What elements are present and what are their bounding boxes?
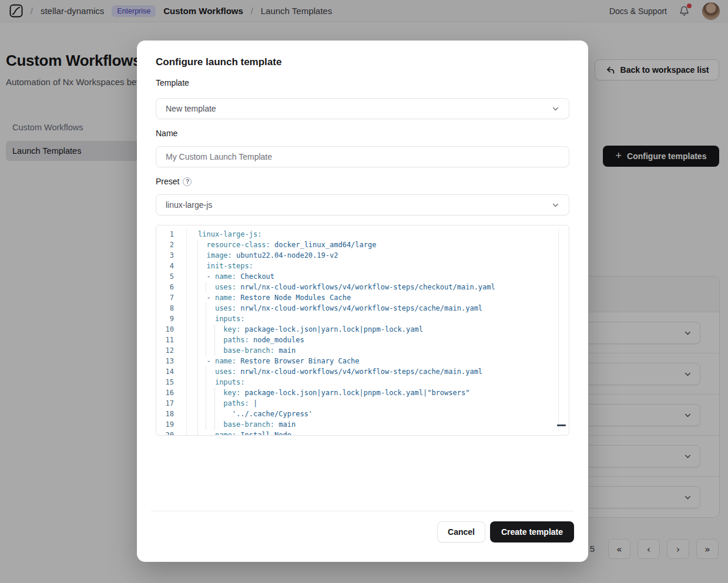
indent-guide — [197, 303, 198, 314]
configure-launch-template-modal: Configure launch template Template New t… — [137, 41, 588, 562]
code-line: 18 '../.cache/Cypress' — [156, 409, 569, 419]
indent-guide — [214, 324, 215, 335]
indent-guide — [197, 356, 198, 366]
name-input-value: My Custom Launch Template — [166, 152, 272, 161]
indent-guide — [214, 345, 215, 356]
line-number: 1 — [156, 229, 187, 240]
indent-guide — [197, 377, 198, 387]
line-number: 20 — [156, 430, 187, 436]
template-label: Template — [156, 78, 189, 87]
indent-guide — [206, 409, 206, 419]
line-number: 12 — [156, 345, 187, 356]
cancel-button[interactable]: Cancel — [437, 521, 485, 542]
preset-select-value: linux-large-js — [166, 200, 552, 210]
line-number: 5 — [156, 271, 187, 282]
indent-guide — [197, 271, 198, 282]
code-line: 1linux-large-js: — [156, 229, 569, 240]
indent-guide — [206, 366, 206, 377]
indent-guide — [197, 335, 198, 345]
indent-guide — [197, 398, 198, 409]
create-template-button[interactable]: Create template — [490, 521, 574, 542]
code-line: 16 key: package-lock.json|yarn.lock|pnpm… — [156, 387, 569, 398]
indent-guide — [214, 419, 215, 430]
indent-guide — [197, 261, 198, 271]
modal-title: Configure launch template — [156, 56, 281, 68]
code-line: 13 - name: Restore Browser Binary Cache — [156, 356, 569, 366]
indent-guide — [206, 387, 206, 398]
code-line: 4 init-steps: — [156, 261, 569, 271]
code-line: 10 key: package-lock.json|yarn.lock|pnpm… — [156, 324, 569, 335]
indent-guide — [214, 335, 215, 345]
editor-scrollbar-thumb[interactable] — [557, 424, 566, 426]
code-line: 17 paths: | — [156, 398, 569, 409]
indent-guide — [197, 409, 198, 419]
indent-guide — [197, 366, 198, 377]
code-line: 3 image: ubuntu22.04-node20.19-v2 — [156, 250, 569, 261]
line-number: 16 — [156, 387, 187, 398]
indent-guide — [206, 419, 206, 430]
indent-guide — [206, 345, 206, 356]
line-number: 17 — [156, 398, 187, 409]
code-line: 14 uses: nrwl/nx-cloud-workflows/v4/work… — [156, 366, 569, 377]
code-line: 5 - name: Checkout — [156, 271, 569, 282]
indent-guide — [214, 409, 215, 419]
indent-guide — [197, 314, 198, 324]
line-number: 19 — [156, 419, 187, 430]
line-number: 7 — [156, 292, 187, 303]
line-number: 13 — [156, 356, 187, 366]
code-line: 7 - name: Restore Node Modules Cache — [156, 292, 569, 303]
indent-guide — [197, 240, 198, 250]
template-select-value: New template — [166, 104, 552, 113]
name-input[interactable]: My Custom Launch Template — [156, 146, 569, 167]
indent-guide — [197, 324, 198, 335]
indent-guide — [197, 292, 198, 303]
indent-guide — [206, 324, 206, 335]
line-number: 11 — [156, 335, 187, 345]
indent-guide — [197, 430, 198, 436]
line-number: 10 — [156, 324, 187, 335]
indent-guide — [214, 398, 215, 409]
line-number: 15 — [156, 377, 187, 387]
chevron-down-icon — [552, 201, 559, 209]
indent-guide — [206, 314, 206, 324]
code-lines: 1linux-large-js:2 resource-class: docker… — [156, 225, 569, 436]
yaml-code-editor[interactable]: 1linux-large-js:2 resource-class: docker… — [156, 225, 569, 436]
code-line: 6 uses: nrwl/nx-cloud-workflows/v4/workf… — [156, 282, 569, 292]
code-line: 11 paths: node_modules — [156, 335, 569, 345]
indent-guide — [206, 335, 206, 345]
line-number: 4 — [156, 261, 187, 271]
indent-guide — [206, 303, 206, 314]
indent-guide — [206, 398, 206, 409]
code-line: 15 inputs: — [156, 377, 569, 387]
line-number: 6 — [156, 282, 187, 292]
code-line: 8 uses: nrwl/nx-cloud-workflows/v4/workf… — [156, 303, 569, 314]
line-number: 18 — [156, 409, 187, 419]
indent-guide — [197, 345, 198, 356]
editor-scrollbar-track — [558, 228, 559, 432]
help-icon[interactable]: ? — [183, 177, 192, 186]
line-number: 9 — [156, 314, 187, 324]
indent-guide — [197, 250, 198, 261]
code-line: 9 inputs: — [156, 314, 569, 324]
template-select[interactable]: New template — [156, 98, 569, 119]
preset-select[interactable]: linux-large-js — [156, 194, 569, 215]
indent-guide — [197, 419, 198, 430]
code-line: 20 - name: Install Node — [156, 430, 569, 436]
indent-guide — [206, 282, 206, 292]
line-number: 3 — [156, 250, 187, 261]
indent-guide — [214, 387, 215, 398]
footer-divider — [151, 511, 574, 511]
line-number: 8 — [156, 303, 187, 314]
code-line: 19 base-branch: main — [156, 419, 569, 430]
indent-guide — [197, 282, 198, 292]
line-number: 2 — [156, 240, 187, 250]
preset-label: Preset ? — [156, 177, 192, 186]
line-number: 14 — [156, 366, 187, 377]
name-label: Name — [156, 129, 177, 138]
chevron-down-icon — [552, 105, 559, 113]
code-line: 2 resource-class: docker_linux_amd64/lar… — [156, 240, 569, 250]
indent-guide — [197, 387, 198, 398]
preset-label-text: Preset — [156, 177, 179, 186]
code-line: 12 base-branch: main — [156, 345, 569, 356]
indent-guide — [206, 377, 206, 387]
